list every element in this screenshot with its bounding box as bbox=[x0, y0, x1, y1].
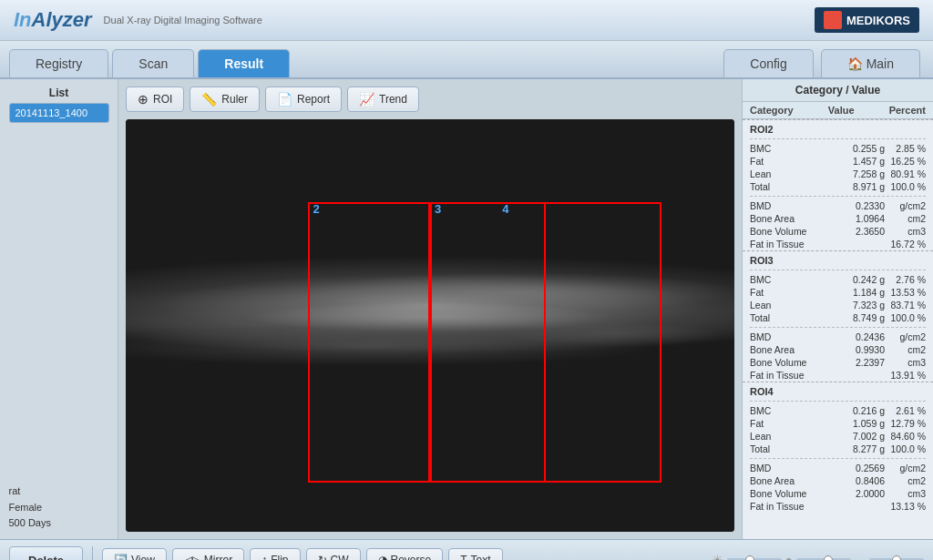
table-row: Fat1.059 g12.79 % bbox=[743, 417, 933, 430]
category-table[interactable]: Category Value Percent ROI2 BMC0.255 g2.… bbox=[743, 102, 933, 539]
table-row: Lean7.323 g83.71 % bbox=[743, 299, 933, 311]
zoom-icon: — bbox=[855, 554, 866, 560]
brightness-control: ☀ ● — bbox=[712, 553, 924, 560]
table-row: BMD0.2569g/cm2 bbox=[743, 462, 933, 474]
mirror-button[interactable]: ◁▷ Mirror bbox=[172, 548, 244, 560]
tab-config[interactable]: Config bbox=[723, 49, 813, 77]
list-title: List bbox=[49, 87, 68, 99]
center-panel: ⊕ ROI 📏 Ruler 📄 Report 📈 Trend bbox=[118, 79, 742, 539]
report-button[interactable]: 📄 Report bbox=[265, 87, 342, 112]
table-row: Bone Volume2.2397cm3 bbox=[743, 356, 933, 369]
left-panel: List 20141113_1400 rat Female 500 Days bbox=[0, 79, 118, 539]
table-header: Category Value Percent bbox=[743, 102, 933, 119]
table-row: BMC0.255 g2.85 % bbox=[743, 142, 933, 155]
mirror-icon: ◁▷ bbox=[184, 554, 200, 560]
trend-icon: 📈 bbox=[359, 92, 374, 107]
patient-species: rat bbox=[9, 484, 109, 500]
brightness-icon: ☀ bbox=[712, 553, 723, 560]
col-category: Category bbox=[750, 105, 794, 116]
table-row: Lean7.258 g80.91 % bbox=[743, 168, 933, 180]
table-row: Lean7.002 g84.60 % bbox=[743, 430, 933, 443]
col-value: Value bbox=[828, 105, 855, 116]
list-item[interactable]: 20141113_1400 bbox=[9, 103, 109, 123]
table-row: Total8.277 g100.0 % bbox=[743, 443, 933, 455]
tab-registry[interactable]: Registry bbox=[9, 49, 108, 77]
table-row: Bone Volume2.3650cm3 bbox=[743, 225, 933, 238]
tab-result[interactable]: Result bbox=[198, 49, 290, 77]
separator bbox=[92, 546, 93, 560]
image-toolbar: ⊕ ROI 📏 Ruler 📄 Report 📈 Trend bbox=[126, 87, 734, 112]
delete-button[interactable]: Delete bbox=[9, 546, 83, 561]
contrast-icon: ● bbox=[785, 553, 793, 560]
flip-icon: ↕ bbox=[261, 554, 267, 560]
divider bbox=[750, 458, 926, 459]
tab-main[interactable]: 🏠 Main bbox=[821, 49, 920, 77]
table-row: BMC0.216 g2.61 % bbox=[743, 404, 933, 417]
text-button[interactable]: T Text bbox=[448, 548, 502, 560]
reverse-button[interactable]: ◑ Reverse bbox=[366, 548, 444, 560]
header: InAlyzer Dual X-ray Digital Imaging Soft… bbox=[0, 0, 933, 41]
app-subtitle: Dual X-ray Digital Imaging Software bbox=[104, 15, 262, 25]
ruler-button[interactable]: 📏 Ruler bbox=[190, 87, 260, 112]
table-row: BMD0.2436g/cm2 bbox=[743, 331, 933, 343]
nav-tabs: Registry Scan Result Config 🏠 Main bbox=[0, 41, 933, 79]
nav-right: Config 🏠 Main bbox=[723, 49, 924, 77]
table-row: Bone Volume2.0000cm3 bbox=[743, 487, 933, 500]
patient-age: 500 Days bbox=[9, 515, 109, 532]
table-row: Bone Area1.0964cm2 bbox=[743, 212, 933, 225]
tab-scan[interactable]: Scan bbox=[112, 49, 194, 77]
brightness-thumb[interactable] bbox=[745, 555, 754, 560]
roi-icon: ⊕ bbox=[138, 92, 149, 107]
table-row: Bone Area0.9930cm2 bbox=[743, 343, 933, 356]
trend-button[interactable]: 📈 Trend bbox=[347, 87, 419, 112]
brand-badge: MEDIKORS bbox=[815, 7, 919, 33]
roi2-title: ROI2 bbox=[743, 119, 933, 136]
divider bbox=[750, 327, 926, 328]
xray-image-area: 2 3 4 bbox=[126, 119, 734, 532]
app-name: InAlyzer bbox=[14, 8, 92, 32]
patient-info: rat Female 500 Days bbox=[9, 484, 109, 532]
brand-name: MEDIKORS bbox=[846, 14, 910, 27]
divider bbox=[750, 138, 926, 139]
cw-button[interactable]: ↻ CW bbox=[306, 548, 361, 560]
bottom-bar: Delete 🔄 View ◁▷ Mirror ↕ Flip ↻ CW ◑ Re… bbox=[0, 539, 933, 560]
view-button[interactable]: 🔄 View bbox=[102, 548, 167, 560]
table-row: Fat in Tissue13.13 % bbox=[743, 500, 933, 513]
divider bbox=[750, 270, 926, 270]
table-row: BMC0.242 g2.76 % bbox=[743, 273, 933, 286]
category-value-title: Category / Value bbox=[743, 79, 933, 102]
table-row: Total8.971 g100.0 % bbox=[743, 180, 933, 193]
logo: InAlyzer Dual X-ray Digital Imaging Soft… bbox=[14, 8, 262, 32]
main-content: List 20141113_1400 rat Female 500 Days ⊕… bbox=[0, 79, 933, 539]
text-icon: T bbox=[460, 554, 466, 560]
ruler-icon: 📏 bbox=[201, 92, 217, 107]
roi4-title: ROI4 bbox=[743, 382, 933, 398]
contrast-thumb[interactable] bbox=[824, 555, 833, 560]
medikors-icon bbox=[824, 11, 842, 29]
patient-sex: Female bbox=[9, 500, 109, 516]
roi-box-4[interactable]: 4 bbox=[308, 202, 661, 483]
table-row: BMD0.2330g/cm2 bbox=[743, 199, 933, 212]
roi-label-4: 4 bbox=[502, 202, 508, 216]
table-row: Fat1.184 g13.53 % bbox=[743, 286, 933, 299]
cw-icon: ↻ bbox=[318, 554, 327, 560]
roi3-title: ROI3 bbox=[743, 250, 933, 267]
flip-button[interactable]: ↕ Flip bbox=[250, 548, 300, 560]
home-icon: 🏠 bbox=[847, 56, 863, 71]
right-panel: Category / Value Category Value Percent … bbox=[742, 79, 933, 539]
table-row: Fat1.457 g16.25 % bbox=[743, 155, 933, 168]
divider bbox=[750, 196, 926, 197]
table-row: Fat in Tissue13.91 % bbox=[743, 369, 933, 382]
table-row: Bone Area0.8406cm2 bbox=[743, 474, 933, 487]
col-percent: Percent bbox=[889, 105, 926, 116]
view-icon: 🔄 bbox=[114, 554, 128, 560]
table-row: Fat in Tissue16.72 % bbox=[743, 238, 933, 250]
reverse-icon: ◑ bbox=[378, 554, 387, 560]
zoom-thumb[interactable] bbox=[892, 555, 901, 560]
divider bbox=[750, 401, 926, 402]
table-row: Total8.749 g100.0 % bbox=[743, 311, 933, 324]
report-icon: 📄 bbox=[277, 92, 292, 107]
roi-button[interactable]: ⊕ ROI bbox=[126, 87, 184, 112]
